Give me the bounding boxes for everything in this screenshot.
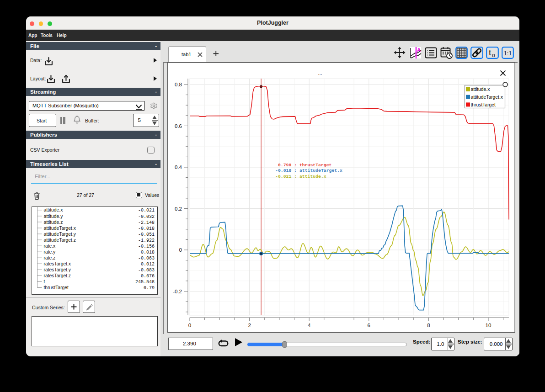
svg-text:-2.148: -2.148 <box>138 220 154 225</box>
svg-text:attitudeTarget.x: attitudeTarget.x <box>471 95 503 100</box>
svg-text:245.548: 245.548 <box>135 280 154 285</box>
svg-text:8: 8 <box>427 323 430 328</box>
svg-text:t: t <box>489 48 492 57</box>
svg-text:-0.156: -0.156 <box>138 244 154 249</box>
svg-text:rate.y: rate.y <box>43 249 56 254</box>
svg-text:-1.922: -1.922 <box>138 238 154 243</box>
svg-text:attitudeTarget.y: attitudeTarget.y <box>43 231 76 236</box>
svg-text:1:1: 1:1 <box>503 50 512 57</box>
svg-text:-0.021: -0.021 <box>138 208 154 213</box>
svg-text:-0.051: -0.051 <box>138 232 154 237</box>
svg-text:attitude.x: attitude.x <box>471 87 491 92</box>
svg-text:thrustTarget: thrustTarget <box>471 102 496 107</box>
svg-text:A: A <box>417 47 421 53</box>
svg-text:0: 0 <box>179 247 182 253</box>
svg-text:t: t <box>43 279 45 284</box>
svg-text:-0.018 : attitudeTarget.x: -0.018 : attitudeTarget.x <box>275 168 342 173</box>
svg-text:-0.021 : attitude.x: -0.021 : attitude.x <box>275 174 326 179</box>
svg-text:rate.x: rate.x <box>43 243 56 248</box>
svg-text:-0.032: -0.032 <box>138 214 154 219</box>
svg-text:2: 2 <box>248 323 251 328</box>
svg-text:0: 0 <box>188 323 191 328</box>
svg-text:6: 6 <box>368 323 370 328</box>
svg-text:o: o <box>492 52 495 58</box>
svg-text:0.8: 0.8 <box>175 82 182 87</box>
svg-text:0.6: 0.6 <box>175 123 182 129</box>
svg-text:ratesTarget.z: ratesTarget.z <box>43 273 71 278</box>
svg-text:10: 10 <box>486 323 492 328</box>
svg-text:attitudeTarget.z: attitudeTarget.z <box>43 237 75 242</box>
svg-text:-0.018: -0.018 <box>138 226 154 231</box>
svg-text:-0.083: -0.083 <box>138 267 154 272</box>
svg-text:0.790 : thrustTarget: 0.790 : thrustTarget <box>275 163 331 168</box>
svg-text:0.4: 0.4 <box>175 164 182 170</box>
svg-text:thrustTarget: thrustTarget <box>43 285 69 290</box>
svg-text:4: 4 <box>308 323 311 328</box>
svg-text:attitude.x: attitude.x <box>43 207 63 212</box>
svg-text:attitude.z: attitude.z <box>43 219 63 224</box>
svg-text:attitudeTarget.x: attitudeTarget.x <box>43 225 76 230</box>
svg-text:-0.2: -0.2 <box>173 289 182 294</box>
svg-text:-0.063: -0.063 <box>138 255 154 260</box>
svg-text:0.012: 0.012 <box>140 261 154 266</box>
svg-text:ratesTarget.x: ratesTarget.x <box>43 261 71 266</box>
svg-text:0.79: 0.79 <box>143 286 154 291</box>
svg-text:rate.z: rate.z <box>43 255 55 260</box>
svg-text:ratesTarget.y: ratesTarget.y <box>43 267 71 272</box>
svg-text:0.2: 0.2 <box>175 206 182 212</box>
svg-text:...: ... <box>318 70 322 76</box>
svg-text:0.676: 0.676 <box>140 274 154 279</box>
svg-text:attitude.y: attitude.y <box>43 213 63 218</box>
svg-text:0.018: 0.018 <box>140 249 154 254</box>
